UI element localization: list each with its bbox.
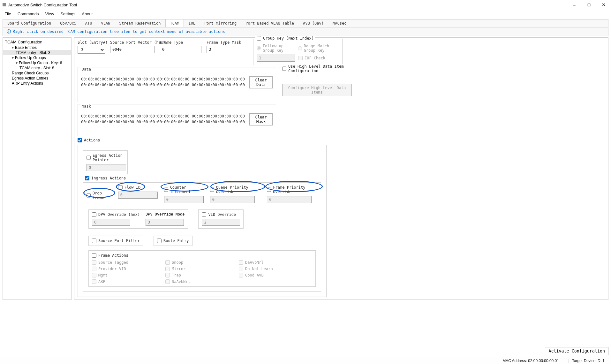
frame-priority-override-value (267, 196, 312, 203)
flow-id-value (118, 192, 158, 199)
menu-settings[interactable]: Settings (57, 11, 79, 17)
spv-input[interactable] (110, 46, 155, 53)
slot-label: Slot (Entry#) (78, 40, 105, 45)
tab-stream-reservation[interactable]: Stream Reservation (115, 19, 165, 27)
window-controls: – □ ✕ (567, 0, 611, 10)
minimize-button[interactable]: – (567, 0, 582, 10)
frametype-input[interactable] (160, 46, 201, 53)
fa-source-tagged: Source Tagged (92, 260, 165, 265)
tab-atu[interactable]: ATU (81, 19, 97, 27)
data-hex: 00:00:00:00:00:00:00:00 00:00:00:00:00:0… (81, 76, 245, 88)
tree-tcam-slot8[interactable]: TCAM entry - Slot: 8 (3, 65, 71, 71)
info-text: Right click on desired TCAM configuratio… (13, 29, 225, 34)
menu-bar: File Commands View Settings About (0, 10, 611, 18)
source-port-filter-checkbox[interactable]: Source Port Filter (92, 239, 140, 243)
tab-tcam[interactable]: TCAM (165, 19, 184, 27)
dpv-mode-value (146, 219, 184, 226)
fa-provider-vid: Provider VID (92, 267, 165, 271)
slot-select[interactable]: 3 (78, 46, 105, 54)
window-title: Automotive Switch Configuration Tool (8, 3, 608, 7)
mask-legend: Mask (80, 104, 92, 109)
group-key-value (257, 55, 295, 62)
fa-saavbnrl: SaAvbNrl (165, 279, 239, 284)
menu-commands[interactable]: Commands (14, 11, 42, 17)
main-row: TCAM Configuration ▾Base Entries TCAM en… (3, 37, 608, 300)
fa-trap: Trap (165, 273, 239, 277)
frametype-mask-input[interactable] (207, 46, 248, 53)
use-high-level-checkbox[interactable]: Use High Level Data Item Configuration (281, 64, 355, 73)
fa-do-not-learn: Do Not Learn (239, 267, 312, 271)
tab-qbv-qci[interactable]: Qbv/Qci (56, 19, 81, 27)
tab-strip: Board Configuration Qbv/Qci ATU VLAN Str… (3, 19, 608, 27)
status-target: Target Device ID: 1 (569, 359, 608, 363)
spv-label: Source Port Vector (hex) (110, 40, 155, 45)
tab-vlan[interactable]: VLAN (97, 19, 115, 27)
menu-about[interactable]: About (79, 11, 96, 17)
counter-increment-value (164, 196, 204, 203)
clear-data-button[interactable]: Clear Data (249, 76, 273, 88)
info-icon: ⓘ (7, 29, 11, 34)
clear-mask-button[interactable]: Clear Mask (249, 113, 273, 125)
tree-range-check[interactable]: Range Check Groups (3, 71, 71, 76)
tree-followup-key6[interactable]: ▾Follow-Up Group - Key: 6 (3, 60, 71, 65)
menu-view[interactable]: View (42, 11, 57, 17)
egress-ptr-checkbox[interactable]: Egress Action Pointer (87, 153, 124, 162)
fa-arp: ARP (92, 279, 165, 284)
fa-good-avb: Good AVB (239, 273, 312, 277)
frametype-label: Frame Type (160, 40, 201, 45)
dpv-override-value (92, 219, 130, 226)
maximize-button[interactable]: □ (582, 0, 596, 10)
tree-egress-entries[interactable]: Egress Action Entries (3, 76, 71, 81)
fa-daavbnrl: DaAvbNrl (239, 260, 312, 265)
tree-base-entries[interactable]: ▾Base Entries (3, 45, 71, 50)
range-match-group-key-radio[interactable]: Range Match Group Key (298, 44, 339, 53)
eof-check[interactable]: EOF Check (298, 56, 325, 60)
frame-actions-checkbox[interactable]: Frame Actions (92, 253, 312, 258)
tree-followup-groups[interactable]: ▾Follow-Up Groups (3, 55, 71, 60)
fa-mirror: Mirror (165, 267, 239, 271)
followup-group-key-radio[interactable]: Follow-up Group Key (257, 44, 295, 53)
queue-priority-override-checkbox[interactable]: Queue Priority Override (210, 185, 261, 194)
tab-board-config[interactable]: Board Configuration (3, 19, 56, 27)
data-legend: Data (80, 67, 92, 72)
frametype-mask-label: Frame Type Mask (207, 40, 248, 45)
dpv-mode-label: DPV Override Mode (146, 212, 185, 217)
egress-ptr-value (87, 164, 126, 171)
mask-hex: 00:00:00:00:00:00:00:00 00:00:00:00:00:0… (81, 113, 245, 125)
route-entry-checkbox[interactable]: Route Entry (157, 239, 189, 243)
menu-file[interactable]: File (1, 11, 14, 17)
activate-configuration-button[interactable]: Activate Configuration (545, 347, 608, 355)
counter-increment-checkbox[interactable]: Counter Increment (164, 185, 204, 194)
sidebar-title: TCAM Configuration (3, 39, 71, 45)
vid-override-checkbox[interactable]: VID Override (202, 212, 240, 217)
tree-tcam-slot3[interactable]: TCAM entry - Slot: 3 (3, 50, 71, 55)
status-bar: MAC Address: 02:00:00:00:00:01 Target De… (0, 357, 611, 364)
tab-macsec[interactable]: MACsec (328, 19, 351, 27)
sidebar: TCAM Configuration ▾Base Entries TCAM en… (3, 37, 72, 300)
actions-checkbox[interactable]: Actions (78, 138, 605, 142)
app-icon (3, 3, 6, 6)
tab-port-mirroring[interactable]: Port Mirroring (200, 19, 241, 27)
configure-high-level-button: Configure High Level Data Items (282, 84, 352, 96)
info-bar: ⓘ Right click on desired TCAM configurat… (3, 27, 608, 36)
status-mac: MAC Address: 02:00:00:00:00:01 (499, 359, 562, 363)
frame-priority-override-checkbox[interactable]: Frame Priority Override (267, 185, 318, 194)
dpv-override-checkbox[interactable]: DPV Override (hex) (92, 212, 140, 217)
queue-priority-override-value (210, 196, 255, 203)
vid-override-value (202, 219, 240, 226)
tab-irl[interactable]: IRL (184, 19, 200, 27)
content-panel: Slot (Entry#) 3 Source Port Vector (hex)… (74, 37, 608, 300)
title-bar: Automotive Switch Configuration Tool (0, 0, 611, 10)
tab-avb-qav[interactable]: AVB (Qav) (298, 19, 328, 27)
fa-snoop: Snoop (165, 260, 239, 265)
tree-arp-actions[interactable]: ARP Entry Actions (3, 81, 71, 86)
tab-port-vlan-table[interactable]: Port Based VLAN Table (241, 19, 298, 27)
ingress-actions-checkbox[interactable]: Ingress Actions (85, 176, 323, 180)
flow-id-checkbox[interactable]: Flow ID (118, 185, 158, 190)
drop-frame-checkbox[interactable]: Drop Frame (87, 191, 112, 200)
close-button[interactable]: ✕ (596, 0, 611, 10)
group-key-checkbox[interactable]: Group Key (Next Index) (255, 36, 315, 41)
top-fields-row: Slot (Entry#) 3 Source Port Vector (hex)… (78, 40, 605, 67)
fa-mgmt: Mgmt (92, 273, 165, 277)
